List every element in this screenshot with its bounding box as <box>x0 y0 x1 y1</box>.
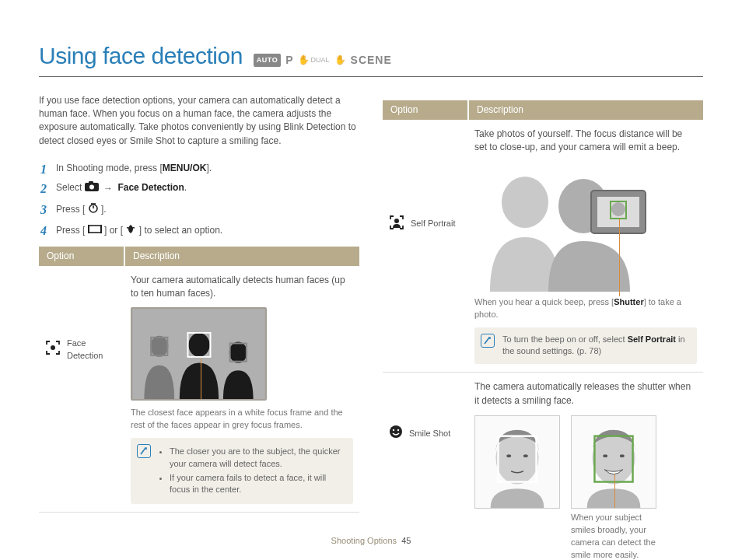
page-footer: Shooting Options 45 <box>0 535 742 548</box>
mode-scene-icon: SCENE <box>351 52 392 68</box>
svg-point-9 <box>51 345 55 350</box>
sp-description: Take photos of yourself. The focus dista… <box>474 128 697 155</box>
smile-shot-label: Smile Shot <box>409 428 450 440</box>
face-detection-label: Face Detection <box>67 338 118 362</box>
svg-point-35 <box>620 454 625 457</box>
right-column: Option Description Self Portrait Take ph… <box>383 94 703 561</box>
step-2: Select → Face Detection. <box>39 181 359 195</box>
page-header: Using face detection AUTO P ✋DUAL ✋ SCEN… <box>39 39 703 77</box>
mode-p-icon: P <box>285 52 292 68</box>
th-option: Option <box>39 247 124 266</box>
fd-description: Your camera automatically detects human … <box>131 274 353 301</box>
th-description: Description <box>124 247 359 266</box>
sp-illustration <box>474 159 669 292</box>
steps-list: In Shooting mode, press [MENU/OK]. Selec… <box>39 162 359 239</box>
mode-badges: AUTO P ✋DUAL ✋ SCENE <box>254 52 392 68</box>
fd-note-2: If your camera fails to detect a face, i… <box>170 472 345 497</box>
svg-rect-8 <box>100 225 102 233</box>
note-icon <box>481 334 495 348</box>
svg-point-34 <box>603 454 607 457</box>
step-3: Press [ ]. <box>39 202 359 217</box>
intro-text: If you use face detection options, your … <box>39 94 359 149</box>
svg-point-25 <box>393 429 394 431</box>
fd-illustration <box>131 307 267 401</box>
face-detection-icon <box>45 340 61 359</box>
fd-caption: The closest face appears in a white focu… <box>131 407 353 432</box>
sp-note-box: To turn the beep on or off, select Self … <box>474 327 697 365</box>
fd-note-1: The closer you are to the subject, the q… <box>170 446 345 471</box>
camera-icon <box>85 181 99 195</box>
self-portrait-label: Self Portrait <box>411 218 455 230</box>
self-portrait-icon <box>389 215 404 234</box>
macro-icon <box>125 223 136 238</box>
footer-page: 45 <box>401 536 411 545</box>
page-title: Using face detection <box>39 39 243 73</box>
mode-hand-icon: ✋ <box>334 54 346 67</box>
options-table-right: Option Description Self Portrait Take ph… <box>383 100 703 561</box>
svg-point-24 <box>390 425 402 438</box>
svg-point-13 <box>188 333 209 357</box>
svg-point-17 <box>394 219 399 223</box>
step-4: Press [ ] or [ ] to select an option. <box>39 223 359 238</box>
row-self-portrait: Self Portrait Take photos of yourself. T… <box>383 120 703 373</box>
svg-rect-7 <box>88 225 89 233</box>
svg-point-22 <box>611 202 625 216</box>
left-column: If you use face detection options, your … <box>39 94 359 561</box>
svg-point-2 <box>89 185 94 190</box>
svg-point-11 <box>150 336 168 357</box>
smile-illustration-2 <box>571 415 656 509</box>
sm-description: The camera automatically releases the sh… <box>474 380 697 408</box>
display-icon <box>88 224 102 237</box>
mode-dual-icon: ✋DUAL <box>298 54 330 67</box>
sp-caption: When you hear a quick beep, press [Shutt… <box>474 296 697 321</box>
svg-point-29 <box>506 454 511 457</box>
svg-rect-6 <box>89 226 101 233</box>
note-icon <box>137 444 151 458</box>
svg-rect-1 <box>89 181 93 184</box>
mode-auto-icon: AUTO <box>254 54 281 67</box>
smile-shot-icon <box>389 425 403 443</box>
timer-icon <box>88 202 99 217</box>
smile-illustration-1 <box>474 415 560 509</box>
options-table-left: Option Description Face Detection Your c… <box>39 247 359 513</box>
svg-point-18 <box>502 177 548 228</box>
arrow-icon: → <box>103 183 113 194</box>
svg-point-30 <box>523 454 528 457</box>
th-description-r: Description <box>468 100 703 120</box>
fd-note-box: The closer you are to the subject, the q… <box>131 438 353 505</box>
th-option-r: Option <box>383 100 468 120</box>
row-face-detection: Face Detection Your camera automatically… <box>39 266 359 513</box>
svg-point-26 <box>397 429 399 431</box>
step-1: In Shooting mode, press [MENU/OK]. <box>39 162 359 175</box>
svg-point-15 <box>229 341 247 362</box>
row-smile-shot: Smile Shot The camera automatically rele… <box>383 373 703 560</box>
footer-section: Shooting Options <box>331 536 397 545</box>
